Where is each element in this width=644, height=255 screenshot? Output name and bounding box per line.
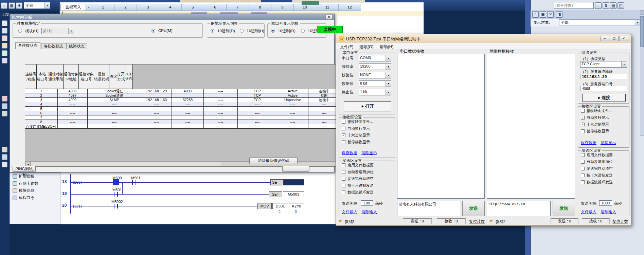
chevron-down-icon[interactable]: ▼ (386, 72, 391, 78)
tree-item[interactable]: 模块信息 (10, 187, 60, 194)
menu-help[interactable]: 帮助(H) (380, 44, 394, 49)
clear-input-link[interactable]: 清除输入 (601, 210, 616, 215)
serial-field-combo[interactable]: COM3 ▼ (359, 55, 391, 61)
usr-titlebar[interactable]: ☺ USR-TCP232-Test 串口转网络调试助手 ─ ▢ ✕ (336, 34, 631, 43)
checkbox[interactable] (581, 129, 585, 133)
chevron-down-icon[interactable]: ▼ (635, 20, 640, 25)
cpu-radio[interactable] (151, 29, 155, 33)
sidebar-icon[interactable] (2, 154, 7, 160)
close-icon[interactable]: ✕ (619, 36, 628, 41)
file-load-link[interactable]: 文件载入 (581, 210, 596, 215)
sidebar-icon[interactable] (2, 20, 7, 26)
layout-icon[interactable]: ⫞ (1, 2, 7, 9)
checkbox[interactable] (581, 109, 585, 113)
sidebar-icon[interactable] (2, 35, 7, 41)
network-send-button[interactable]: 发送 (553, 201, 575, 216)
window-split-icon[interactable]: ▦ (8, 2, 15, 9)
tree-item[interactable]: 存储卡参数 (10, 180, 60, 187)
connect-button[interactable]: ● 连接 (582, 94, 626, 102)
clear-input-link[interactable]: 清除输入 (361, 210, 377, 215)
table-row[interactable]: 6 ---- ---- ---- ---- ---- ---- ---- ---… (25, 111, 341, 115)
table-row[interactable]: 直接连接MELSOFT ---- ---- ---- ---- ---- ---… (25, 124, 341, 129)
protocol-type-combo[interactable]: TCP Client ▼ (580, 61, 627, 68)
save-data-link[interactable]: 保存数据 (342, 150, 357, 156)
menu-file[interactable]: 文件(F) (340, 44, 353, 49)
network-reset-count-link[interactable]: 复位计数 (612, 219, 628, 224)
checkbox[interactable] (342, 140, 345, 144)
table-row[interactable]: 8 ---- ---- ---- ---- ---- ---- ---- ---… (25, 120, 341, 124)
send-interval-input[interactable]: 1000 (599, 200, 612, 206)
clear-display-link[interactable]: 清除显示 (361, 150, 377, 156)
chevron-down-icon[interactable]: ▼ (386, 81, 391, 87)
sidebar-icon[interactable] (2, 43, 7, 49)
contact-symbol[interactable] (114, 192, 118, 197)
chevron-down-icon[interactable]: ▼ (86, 4, 92, 11)
instruction-operand[interactable]: K2Y0 (289, 203, 304, 209)
sidebar-icon[interactable] (2, 58, 7, 63)
sidebar-icon[interactable] (2, 162, 7, 167)
display-target-combo[interactable]: 全部 ▼ (559, 19, 641, 25)
serial-send-input[interactable]: 济南有人科技有限公司 (397, 201, 460, 216)
chevron-down-icon[interactable]: ▼ (386, 89, 391, 95)
checkbox[interactable] (342, 163, 345, 167)
ping-test-button[interactable]: PING测试(P) (13, 166, 36, 172)
serial-field-combo[interactable]: 19200 ▼ (359, 63, 391, 70)
port-hex-radio[interactable] (301, 29, 305, 33)
part-search-input[interactable] (554, 2, 594, 9)
save-data-link[interactable]: 保存数据 (581, 140, 596, 145)
sort-icon[interactable]: ⇅ (603, 2, 609, 9)
table-row[interactable]: 4 ---- ---- ---- ---- ---- ---- ---- ---… (25, 102, 341, 107)
close-icon[interactable]: ✕ (547, 11, 554, 18)
checkbox[interactable] (581, 153, 585, 157)
network-send-input[interactable]: http://www.usr.cn (487, 201, 551, 216)
table-row[interactable]: 7 ---- ---- ---- ---- ---- ---- ---- ---… (25, 115, 341, 120)
tree-item[interactable]: 远程口令 (10, 194, 60, 201)
module-number-combo[interactable]: 第1块 ▼ (41, 28, 74, 34)
port-dec-radio[interactable] (271, 29, 275, 33)
checkbox[interactable] (342, 133, 345, 137)
checkbox[interactable] (581, 174, 585, 177)
close-icon[interactable]: ✕ (325, 15, 333, 19)
table-row[interactable]: 1 4098 Socket通信 192.168.1.29 4098 ---- T… (25, 89, 341, 93)
ip-dec-radio[interactable] (211, 29, 214, 33)
dialog-titlebar[interactable]: 以太网诊断 ✕ (10, 14, 334, 20)
contact-symbol[interactable] (132, 180, 136, 185)
scope-filter-combo[interactable]: 全部 ▼ (24, 2, 50, 9)
table-row[interactable]: 5 ---- ---- ---- ---- ---- ---- ---- ---… (25, 107, 341, 111)
edit-cursor[interactable] (113, 179, 119, 185)
instruction-box-partial[interactable]: SE (270, 179, 283, 185)
tab-line-status[interactable]: 线路状态 (66, 43, 87, 49)
network-receive-box[interactable] (487, 54, 575, 199)
ip-hex-radio[interactable] (240, 29, 244, 33)
serial-field-combo[interactable]: 8 bit ▼ (359, 80, 391, 87)
minimize-icon[interactable]: ─ (600, 36, 609, 41)
list-view-icon[interactable]: ▤ (610, 2, 616, 9)
checkbox[interactable] (342, 120, 345, 124)
tab-protocol-status[interactable]: 各协议状态 (41, 43, 66, 49)
instruction-box[interactable]: MOV (257, 203, 272, 209)
instruction-operand-selected[interactable] (283, 179, 304, 185)
monitor-write-cell[interactable]: 监视写入 (60, 4, 86, 11)
checkbox[interactable] (342, 127, 345, 130)
scroll-up-icon[interactable]: ▲ (640, 10, 644, 15)
clear-display-link[interactable]: 清除显示 (601, 140, 616, 145)
checkbox[interactable] (342, 170, 345, 174)
serial-field-combo[interactable]: NONE ▼ (359, 72, 391, 78)
chevron-down-icon[interactable]: ▼ (44, 2, 50, 8)
chevron-down-icon[interactable]: ▼ (621, 61, 627, 67)
search-icon[interactable]: ◌ (595, 2, 602, 9)
contact-symbol[interactable] (114, 204, 118, 208)
server-port-input[interactable]: 4098 (580, 86, 627, 91)
clear-error-button[interactable]: 清除最新错误代码 (249, 157, 298, 164)
tree-item[interactable]: 扩展插板 (10, 173, 60, 180)
sidebar-icon[interactable] (2, 28, 7, 34)
sidebar-icon[interactable] (2, 111, 7, 116)
sidebar-icon[interactable] (2, 50, 7, 56)
right-scrollbar-thumb[interactable] (640, 16, 644, 47)
checkbox[interactable] (581, 116, 585, 120)
checkbox[interactable] (581, 180, 585, 184)
checkbox[interactable] (581, 160, 585, 164)
checkbox[interactable] (342, 184, 345, 187)
checkbox[interactable] (581, 123, 585, 126)
serial-send-button[interactable]: 发送 (462, 201, 485, 216)
